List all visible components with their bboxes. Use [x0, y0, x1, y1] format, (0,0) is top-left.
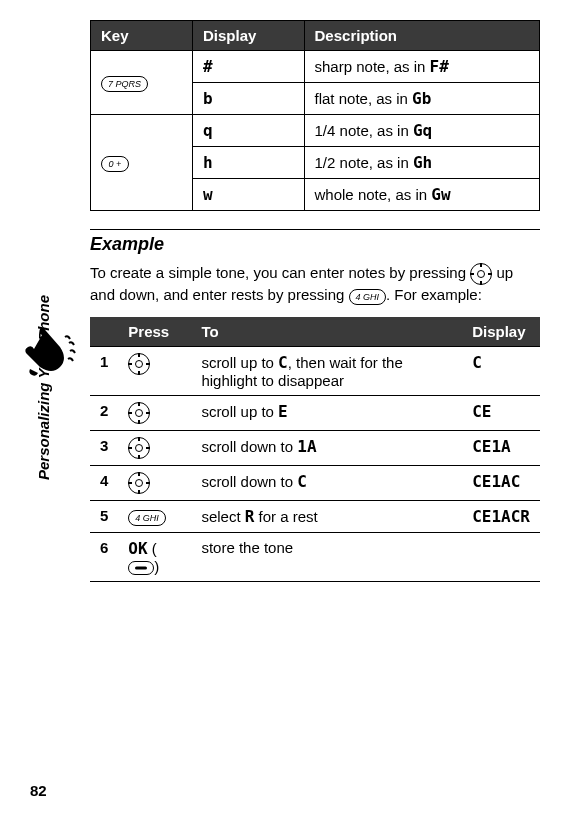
table-row: 0 + q 1/4 note, as in Gq: [91, 115, 540, 147]
table2-header-press: Press: [118, 317, 191, 347]
softkey-icon: [128, 561, 154, 575]
step-1-num: 1: [90, 347, 118, 396]
nav-key-icon: [128, 472, 150, 494]
example-para-prefix: To create a simple tone, you can enter n…: [90, 264, 470, 281]
display-sharp: #: [203, 57, 213, 76]
page-number: 82: [30, 782, 47, 799]
step-1-to-prefix: scroll up to: [201, 354, 278, 371]
step-5-to-prefix: select: [201, 508, 244, 525]
table-row: 5 4 GHI select R for a rest CE1ACR: [90, 501, 540, 533]
desc-half-text: 1/2 note, as in: [315, 154, 413, 171]
table2-header-blank: [90, 317, 118, 347]
table1-header-key: Key: [91, 21, 193, 51]
key-display-description-table: Key Display Description 7 PQRS # sharp n…: [90, 20, 540, 211]
desc-half-code: Gh: [413, 153, 432, 172]
step-1-display: C: [472, 353, 482, 372]
nav-key-icon: [128, 353, 150, 375]
press-to-display-table: Press To Display 1 scroll up to C, then …: [90, 317, 540, 582]
step-6-to-prefix: store the tone: [201, 539, 293, 556]
step-3-to-code: 1A: [297, 437, 316, 456]
display-flat: b: [203, 89, 213, 108]
desc-flat-text: flat note, as in: [315, 90, 413, 107]
step-5-to-suffix: for a rest: [254, 508, 317, 525]
step-5-num: 5: [90, 501, 118, 533]
table2-header-display: Display: [462, 317, 540, 347]
nav-key-icon: [128, 402, 150, 424]
step-4-num: 4: [90, 466, 118, 501]
step-5-to-code: R: [245, 507, 255, 526]
step-2-to-prefix: scroll up to: [201, 403, 278, 420]
table-row: 4 scroll down to C CE1AC: [90, 466, 540, 501]
step-6-ok-label: OK: [128, 539, 147, 558]
step-3-display: CE1A: [472, 437, 511, 456]
step-4-to-prefix: scroll down to: [201, 473, 297, 490]
desc-sharp-text: sharp note, as in: [315, 58, 430, 75]
example-heading: Example: [90, 229, 540, 255]
desc-quarter-text: 1/4 note, as in: [315, 122, 413, 139]
table1-header-display: Display: [193, 21, 305, 51]
nav-key-icon: [128, 437, 150, 459]
key-0-icon: 0 +: [101, 156, 129, 172]
step-5-display: CE1ACR: [472, 507, 530, 526]
step-3-to-prefix: scroll down to: [201, 438, 297, 455]
key-4-icon: 4 GHI: [128, 510, 166, 526]
step-2-to-code: E: [278, 402, 288, 421]
table-row: 6 OK () store the tone: [90, 533, 540, 582]
display-half: h: [203, 153, 213, 172]
table-row: 1 scroll up to C, then wait for the high…: [90, 347, 540, 396]
step-2-display: CE: [472, 402, 491, 421]
step-4-to-code: C: [297, 472, 307, 491]
step-1-to-code: C: [278, 353, 288, 372]
example-para-suffix: . For example:: [386, 286, 482, 303]
nav-key-icon: [470, 263, 492, 285]
desc-sharp-code: F#: [430, 57, 449, 76]
table-row: 2 scroll up to E CE: [90, 396, 540, 431]
table-row: 3 scroll down to 1A CE1A: [90, 431, 540, 466]
display-whole: w: [203, 185, 213, 204]
desc-whole-code: Gw: [431, 185, 450, 204]
table1-header-description: Description: [304, 21, 539, 51]
table-row: 7 PQRS # sharp note, as in F#: [91, 51, 540, 83]
desc-flat-code: Gb: [412, 89, 431, 108]
step-4-display: CE1AC: [472, 472, 520, 491]
desc-quarter-code: Gq: [413, 121, 432, 140]
step-3-num: 3: [90, 431, 118, 466]
step-6-num: 6: [90, 533, 118, 582]
desc-whole-text: whole note, as in: [315, 186, 432, 203]
key-4-icon: 4 GHI: [349, 289, 387, 305]
table2-header-to: To: [191, 317, 462, 347]
section-side-label: Personalizing Your Phone: [35, 295, 52, 480]
display-quarter: q: [203, 121, 213, 140]
example-paragraph: To create a simple tone, you can enter n…: [90, 263, 540, 305]
key-7-icon: 7 PQRS: [101, 76, 148, 92]
step-2-num: 2: [90, 396, 118, 431]
